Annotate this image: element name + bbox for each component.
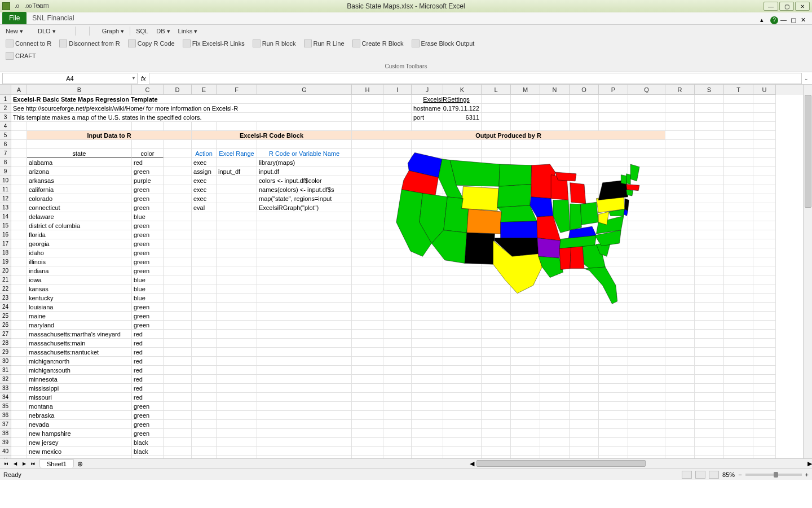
cell-F37[interactable] bbox=[217, 420, 257, 429]
cell-C8[interactable]: red bbox=[132, 158, 164, 167]
cell-L29[interactable] bbox=[482, 348, 511, 357]
col-header-T[interactable]: T bbox=[724, 85, 753, 95]
cell-O34[interactable] bbox=[570, 393, 599, 402]
cell-B26[interactable]: maryland bbox=[27, 321, 132, 330]
cell-D35[interactable] bbox=[164, 402, 192, 411]
cell-T28[interactable] bbox=[724, 339, 753, 348]
cell-U27[interactable] bbox=[753, 330, 776, 339]
cell-N36[interactable] bbox=[540, 411, 570, 420]
cell-F26[interactable] bbox=[217, 321, 257, 330]
cell-J38[interactable] bbox=[412, 429, 443, 438]
cell-L38[interactable] bbox=[482, 429, 511, 438]
cell-L2[interactable] bbox=[482, 104, 511, 113]
row-header-16[interactable]: 16 bbox=[0, 230, 11, 239]
cell-I33[interactable] bbox=[383, 384, 412, 393]
cell-G24[interactable] bbox=[257, 303, 352, 312]
cell-F31[interactable] bbox=[217, 366, 257, 375]
erase-block-output-button[interactable]: Erase Block Output bbox=[409, 39, 477, 48]
cell-A39[interactable] bbox=[11, 438, 27, 447]
row-header-18[interactable]: 18 bbox=[0, 248, 11, 257]
cell-C9[interactable]: green bbox=[132, 167, 164, 176]
cell-E28[interactable] bbox=[192, 339, 217, 348]
cell-P27[interactable] bbox=[599, 330, 628, 339]
cell-B37[interactable]: nevada bbox=[27, 420, 132, 429]
cell-C4[interactable] bbox=[132, 122, 164, 131]
cell-I26[interactable] bbox=[383, 321, 412, 330]
cell-R40[interactable] bbox=[665, 447, 695, 456]
cell-U6[interactable] bbox=[753, 140, 776, 149]
cell-T36[interactable] bbox=[724, 411, 753, 420]
cell-O4[interactable] bbox=[570, 122, 599, 131]
cell-D19[interactable] bbox=[164, 257, 192, 266]
cell-J31[interactable] bbox=[412, 366, 443, 375]
cell-G32[interactable] bbox=[257, 375, 352, 384]
cell-H29[interactable] bbox=[352, 348, 383, 357]
cell-C39[interactable]: black bbox=[132, 438, 164, 447]
cell-A12[interactable] bbox=[11, 194, 27, 203]
hscroll-left[interactable]: ◀ bbox=[470, 460, 474, 467]
cell-O32[interactable] bbox=[570, 375, 599, 384]
cell-S3[interactable] bbox=[695, 113, 724, 122]
row-header-36[interactable]: 36 bbox=[0, 411, 11, 420]
row-header-19[interactable]: 19 bbox=[0, 257, 11, 266]
cell-Q34[interactable] bbox=[628, 393, 665, 402]
cell-E4[interactable] bbox=[192, 122, 217, 131]
cell-R2[interactable] bbox=[665, 104, 695, 113]
qat-decimal-increase-icon[interactable]: .0 bbox=[12, 2, 21, 11]
cell-P29[interactable] bbox=[599, 348, 628, 357]
cell-T21[interactable] bbox=[724, 275, 753, 284]
cell-H37[interactable] bbox=[352, 420, 383, 429]
cell-C26[interactable]: green bbox=[132, 321, 164, 330]
cell-C15[interactable]: green bbox=[132, 221, 164, 230]
cell-F22[interactable] bbox=[217, 284, 257, 294]
cell-H39[interactable] bbox=[352, 438, 383, 447]
cell-R4[interactable] bbox=[665, 122, 695, 131]
cell-F25[interactable] bbox=[217, 312, 257, 321]
cell-U22[interactable] bbox=[753, 284, 776, 294]
cell-B4[interactable] bbox=[27, 122, 132, 131]
cell-S8[interactable] bbox=[695, 158, 724, 167]
cell-C6[interactable] bbox=[132, 140, 164, 149]
cell-U35[interactable] bbox=[753, 402, 776, 411]
cell-O27[interactable] bbox=[570, 330, 599, 339]
cell-R10[interactable] bbox=[665, 176, 695, 185]
cell-N38[interactable] bbox=[540, 429, 570, 438]
cell-B28[interactable]: massachusetts:main bbox=[27, 339, 132, 348]
cell-F14[interactable] bbox=[217, 212, 257, 221]
cell-R13[interactable] bbox=[665, 203, 695, 212]
cell-S26[interactable] bbox=[695, 321, 724, 330]
cell-M37[interactable] bbox=[511, 420, 540, 429]
row-header-10[interactable]: 10 bbox=[0, 176, 11, 185]
cell-Q38[interactable] bbox=[628, 429, 665, 438]
cell-J29[interactable] bbox=[412, 348, 443, 357]
cell-L4[interactable] bbox=[482, 122, 511, 131]
cell-G39[interactable] bbox=[257, 438, 352, 447]
cell-G6[interactable] bbox=[257, 140, 352, 149]
cell-J30[interactable] bbox=[412, 357, 443, 366]
col-header-U[interactable]: U bbox=[753, 85, 776, 95]
cell-C33[interactable]: red bbox=[132, 384, 164, 393]
cell-J25[interactable] bbox=[412, 312, 443, 321]
cell-M33[interactable] bbox=[511, 384, 540, 393]
cell-N27[interactable] bbox=[540, 330, 570, 339]
cell-C17[interactable]: green bbox=[132, 239, 164, 248]
cell-D31[interactable] bbox=[164, 366, 192, 375]
cell-O39[interactable] bbox=[570, 438, 599, 447]
cell-L37[interactable] bbox=[482, 420, 511, 429]
cell-A13[interactable] bbox=[11, 203, 27, 212]
cell-C21[interactable]: blue bbox=[132, 275, 164, 284]
cell-G40[interactable] bbox=[257, 447, 352, 456]
cell-E11[interactable]: exec bbox=[192, 185, 217, 194]
cell-R36[interactable] bbox=[665, 411, 695, 420]
col-header-D[interactable]: D bbox=[164, 85, 192, 95]
cell-A22[interactable] bbox=[11, 284, 27, 294]
cell-C41[interactable]: black bbox=[132, 456, 164, 458]
cell-D17[interactable] bbox=[164, 239, 192, 248]
create-r-block-button[interactable]: Create R Block bbox=[350, 39, 406, 48]
cell-N1[interactable] bbox=[540, 95, 570, 104]
cell-S39[interactable] bbox=[695, 438, 724, 447]
cell-A10[interactable] bbox=[11, 176, 27, 185]
cell-F12[interactable] bbox=[217, 194, 257, 203]
cell-S18[interactable] bbox=[695, 248, 724, 257]
cell-A23[interactable] bbox=[11, 294, 27, 303]
